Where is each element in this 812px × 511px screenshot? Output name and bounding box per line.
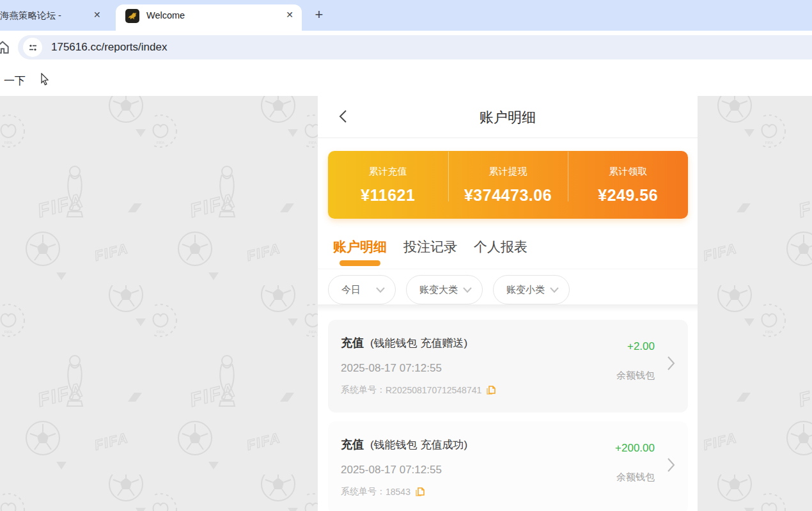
tab-forum-title: 海燕策略论坛 - — [0, 10, 86, 22]
new-tab-button[interactable]: + — [310, 6, 328, 24]
browser-window: 海燕策略论坛 - ✕ Welcome ✕ + — [0, 0, 812, 511]
filter-bar: 今日 账变大类 账变小类 — [328, 275, 698, 304]
copy-icon[interactable] — [486, 385, 496, 395]
chevron-down-icon — [463, 287, 472, 293]
address-bar[interactable]: 175616.cc/reports/index — [18, 35, 812, 59]
filter-category-minor-select[interactable]: 账变小类 — [493, 275, 570, 304]
active-tab-underline — [340, 260, 380, 266]
transaction-wallet: 余额钱包 — [616, 370, 655, 382]
transaction-subtitle: (钱能钱包 充值成功) — [370, 437, 467, 452]
tab-account-detail[interactable]: 账户明细 — [333, 238, 387, 269]
tab-forum[interactable]: 海燕策略论坛 - ✕ — [0, 0, 109, 31]
stat-label: 累计提现 — [448, 166, 568, 178]
stat-label: 累计领取 — [568, 166, 688, 178]
url-text[interactable]: 175616.cc/reports/index — [51, 41, 167, 54]
stat-total-withdraw: 累计提现 ¥374473.06 — [448, 166, 568, 205]
transaction-list: 充值 (钱能钱包 充值赠送) 2025-08-17 07:12:55 系统单号：… — [318, 312, 698, 511]
tab-strip: 海燕策略论坛 - ✕ Welcome ✕ + — [0, 0, 812, 31]
stray-page-text: 一下 — [4, 74, 26, 88]
transaction-amount: +2.00 — [616, 340, 655, 353]
stats-summary-card: 累计充值 ¥11621 累计提现 ¥374473.06 累计领取 ¥249.56 — [328, 151, 688, 219]
tab-label: 个人报表 — [474, 239, 527, 254]
section-tabs: 账户明细 投注记录 个人报表 — [333, 238, 698, 269]
transaction-amount: +200.00 — [615, 442, 655, 455]
tab-personal-report[interactable]: 个人报表 — [474, 238, 527, 269]
filter-label: 今日 — [341, 284, 376, 296]
order-number: 18543 — [386, 487, 410, 497]
transaction-row[interactable]: 充值 (钱能钱包 充值成功) 2025-08-17 07:12:55 系统单号：… — [328, 421, 688, 511]
chevron-right-icon[interactable] — [667, 356, 675, 373]
stat-label: 累计充值 — [328, 166, 448, 178]
transaction-right-block: +2.00 余额钱包 — [616, 340, 655, 382]
close-icon[interactable]: ✕ — [286, 10, 293, 20]
chevron-down-icon — [376, 287, 385, 293]
order-label: 系统单号： — [341, 384, 386, 396]
stat-value: ¥11621 — [328, 186, 448, 205]
site-settings-icon[interactable] — [23, 38, 42, 57]
page-top-strip: 一下 — [0, 64, 812, 96]
copy-icon[interactable] — [415, 487, 425, 497]
transaction-row[interactable]: 充值 (钱能钱包 充值赠送) 2025-08-17 07:12:55 系统单号：… — [328, 320, 688, 413]
stat-total-claimed: 累计领取 ¥249.56 — [568, 166, 688, 205]
mouse-cursor-icon — [40, 73, 50, 88]
site-favicon-icon — [125, 9, 139, 23]
section-shadow — [318, 304, 698, 312]
filter-category-major-select[interactable]: 账变大类 — [406, 275, 483, 304]
transaction-order-row: 系统单号： R202508170712548741 — [341, 384, 675, 396]
stat-value: ¥374473.06 — [448, 186, 568, 205]
order-number: R202508170712548741 — [386, 385, 481, 395]
filter-label: 账变大类 — [419, 284, 463, 296]
tab-welcome[interactable]: Welcome ✕ — [116, 4, 302, 31]
transaction-wallet: 余额钱包 — [615, 471, 655, 483]
filter-date-select[interactable]: 今日 — [328, 275, 396, 304]
transaction-type: 充值 — [341, 437, 364, 452]
transaction-right-block: +200.00 余额钱包 — [615, 442, 655, 483]
filter-label: 账变小类 — [506, 284, 550, 296]
stat-value: ¥249.56 — [568, 186, 688, 205]
transaction-subtitle: (钱能钱包 充值赠送) — [370, 336, 467, 350]
tab-bet-records[interactable]: 投注记录 — [403, 238, 457, 269]
home-icon[interactable] — [0, 39, 11, 58]
account-detail-panel: 账户明细 累计充值 ¥11621 累计提现 ¥374473.06 累计领取 ¥2… — [318, 96, 698, 511]
chevron-right-icon[interactable] — [667, 457, 675, 475]
tab-label: 投注记录 — [403, 239, 457, 254]
stat-total-deposit: 累计充值 ¥11621 — [328, 166, 448, 205]
tab-label: 账户明细 — [333, 239, 387, 254]
chevron-down-icon — [550, 287, 559, 293]
page-title: 账户明细 — [318, 108, 698, 127]
tab-welcome-title: Welcome — [146, 10, 185, 20]
browser-toolbar: 175616.cc/reports/index — [0, 31, 812, 64]
transaction-order-row: 系统单号： 18543 — [341, 486, 675, 498]
tabs-divider — [318, 269, 698, 269]
order-label: 系统单号： — [341, 486, 386, 498]
transaction-type: 充值 — [341, 335, 364, 350]
close-icon[interactable]: ✕ — [93, 10, 101, 20]
panel-header: 账户明细 — [318, 96, 698, 138]
